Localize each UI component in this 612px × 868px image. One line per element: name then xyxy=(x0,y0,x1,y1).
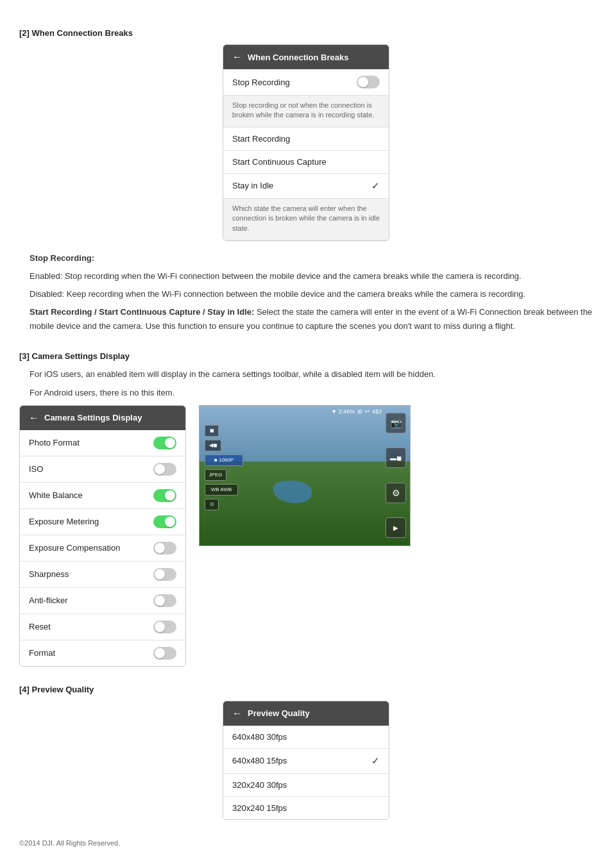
toggle-white-balance[interactable] xyxy=(153,489,176,502)
cam-icon-1: ◼ xyxy=(205,425,219,437)
disabled-text: Disabled: Keep recording when the Wi-Fi … xyxy=(30,287,593,301)
footer-text: ©2014 DJI. All Rights Reserved. xyxy=(19,839,120,847)
status-sd: 4$3 xyxy=(372,408,382,415)
preview-quality-panel: ← Preview Quality 640x480 30fps 640x480 … xyxy=(223,701,389,820)
back-arrow-icon-3[interactable]: ← xyxy=(232,708,242,719)
enabled-text: Enabled: Stop recording when the Wi-Fi c… xyxy=(30,269,593,283)
camera-settings-layout: ← Camera Settings Display Photo Format I… xyxy=(19,405,593,667)
row-format[interactable]: Format xyxy=(20,640,185,666)
row-320-15[interactable]: 320x240 15fps xyxy=(223,797,389,819)
row-start-recording[interactable]: Start Recording xyxy=(223,128,389,151)
row-reset[interactable]: Reset xyxy=(20,614,185,640)
row-640-15-label: 640x480 15fps xyxy=(232,756,287,765)
row-640-30[interactable]: 640x480 30fps xyxy=(223,726,389,749)
status-battery: ▼ 2:46% xyxy=(331,408,355,415)
cam-icon-jpeg: JPEG xyxy=(205,469,226,481)
camera-settings-panel: ← Camera Settings Display Photo Format I… xyxy=(19,405,186,667)
row-exposure-compensation-label: Exposure Compensation xyxy=(29,543,120,553)
panel-note-1: Stop recording or not when the connectio… xyxy=(223,96,389,128)
row-stop-recording[interactable]: Stop Recording xyxy=(223,69,389,96)
row-320-30[interactable]: 320x240 30fps xyxy=(223,774,389,797)
row-stop-recording-label: Stop Recording xyxy=(232,78,290,87)
status-bar: ▼ 2:46% ⊞ ×² 4$3 xyxy=(331,408,382,415)
row-photo-format[interactable]: Photo Format xyxy=(20,430,185,456)
cam-icon-1080p: ■ 1080P xyxy=(205,455,243,466)
row-stay-idle-label: Stay in Idle xyxy=(232,181,273,190)
row-320-15-label: 320x240 15fps xyxy=(232,803,287,813)
section-4: [4] Preview Quality ← Preview Quality 64… xyxy=(19,685,593,820)
toggle-reset[interactable] xyxy=(153,621,176,633)
panel-header-preview-label: Preview Quality xyxy=(248,708,310,718)
toggle-anti-flicker[interactable] xyxy=(153,594,176,607)
panel-header-label: When Connection Breaks xyxy=(248,53,348,62)
overlay-icons-left: ◼ ◀◼ ■ 1080P JPEG WB AWB ⊙ xyxy=(205,425,243,510)
camera-preview: ▼ 2:46% ⊞ ×² 4$3 ◼ ◀◼ ■ 1080P JPEG WB AW… xyxy=(199,405,411,546)
stop-recording-label: Stop Recording: xyxy=(30,251,593,265)
section-3-title: [3] Camera Settings Display xyxy=(19,351,593,361)
row-white-balance[interactable]: White Balance xyxy=(20,483,185,509)
toggle-sharpness[interactable] xyxy=(153,568,176,581)
row-320-30-label: 320x240 30fps xyxy=(232,780,287,790)
panel-note-2: Which state the camera will enter when t… xyxy=(223,199,389,240)
footer: ©2014 DJI. All Rights Reserved. xyxy=(19,839,593,847)
row-white-balance-label: White Balance xyxy=(29,490,83,500)
row-exposure-metering[interactable]: Exposure Metering xyxy=(20,509,185,535)
row-start-continuous-label: Start Continuous Capture xyxy=(232,157,327,167)
row-iso-label: ISO xyxy=(29,464,43,474)
checkmark-stay-idle: ✓ xyxy=(371,180,380,192)
checkmark-640-15: ✓ xyxy=(371,755,380,767)
section-3-intro2: For Android users, there is no this item… xyxy=(30,386,593,400)
toggle-stop-recording[interactable] xyxy=(357,76,380,88)
row-photo-format-label: Photo Format xyxy=(29,438,80,447)
row-start-continuous[interactable]: Start Continuous Capture xyxy=(223,151,389,174)
row-reset-label: Reset xyxy=(29,622,51,631)
cam-icon-settings[interactable]: ⚙ xyxy=(386,483,406,503)
status-signal: ⊞ ×² xyxy=(357,408,370,415)
row-sharpness-label: Sharpness xyxy=(29,569,69,579)
row-sharpness[interactable]: Sharpness xyxy=(20,562,185,588)
row-anti-flicker-label: Anti-flicker xyxy=(29,596,68,605)
section-4-title: [4] Preview Quality xyxy=(19,685,593,694)
cam-icon-2: ◀◼ xyxy=(205,440,221,451)
toggle-format[interactable] xyxy=(153,647,176,660)
row-exposure-metering-label: Exposure Metering xyxy=(29,517,99,526)
toggle-iso[interactable] xyxy=(153,463,176,476)
row-anti-flicker[interactable]: Anti-flicker xyxy=(20,588,185,614)
cam-icon-record[interactable]: ▬◼ xyxy=(386,447,406,468)
section-3-intro1: For iOS users, an enabled item will disp… xyxy=(30,367,593,381)
toggle-exposure-metering[interactable] xyxy=(153,515,176,528)
back-arrow-icon-2[interactable]: ← xyxy=(29,412,39,424)
row-640-30-label: 640x480 30fps xyxy=(232,732,287,742)
section-2: [2] When Connection Breaks ← When Connec… xyxy=(19,28,593,333)
start-recording-text: Start Recording / Start Continuous Captu… xyxy=(30,305,593,333)
panel-header-camera-settings: ← Camera Settings Display xyxy=(20,406,185,430)
cam-icon-wb: WB AWB xyxy=(205,484,238,496)
panel-header-preview: ← Preview Quality xyxy=(223,701,389,726)
toggle-photo-format[interactable] xyxy=(153,437,176,449)
toggle-exposure-compensation[interactable] xyxy=(153,542,176,555)
start-recording-bold: Start Recording / Start Continuous Captu… xyxy=(30,307,254,317)
section-3: [3] Camera Settings Display For iOS user… xyxy=(19,351,593,666)
row-format-label: Format xyxy=(29,648,55,658)
cam-icon-expand[interactable]: ▶ xyxy=(386,517,406,538)
overlay-icons-right: 📷 ▬◼ ⚙ ▶ xyxy=(386,406,406,546)
row-stay-idle[interactable]: Stay in Idle ✓ xyxy=(223,174,389,199)
row-640-15[interactable]: 640x480 15fps ✓ xyxy=(223,749,389,774)
section-2-title: [2] When Connection Breaks xyxy=(19,28,593,38)
row-exposure-compensation[interactable]: Exposure Compensation xyxy=(20,535,185,562)
cam-icon-camera[interactable]: 📷 xyxy=(386,413,406,433)
row-start-recording-label: Start Recording xyxy=(232,134,290,144)
back-arrow-icon[interactable]: ← xyxy=(232,51,242,63)
panel-header-connection: ← When Connection Breaks xyxy=(223,45,389,69)
row-iso[interactable]: ISO xyxy=(20,456,185,483)
panel-header-camera-label: Camera Settings Display xyxy=(44,413,142,422)
when-connection-breaks-panel: ← When Connection Breaks Stop Recording … xyxy=(223,44,389,241)
cam-icon-ev: ⊙ xyxy=(205,499,219,510)
